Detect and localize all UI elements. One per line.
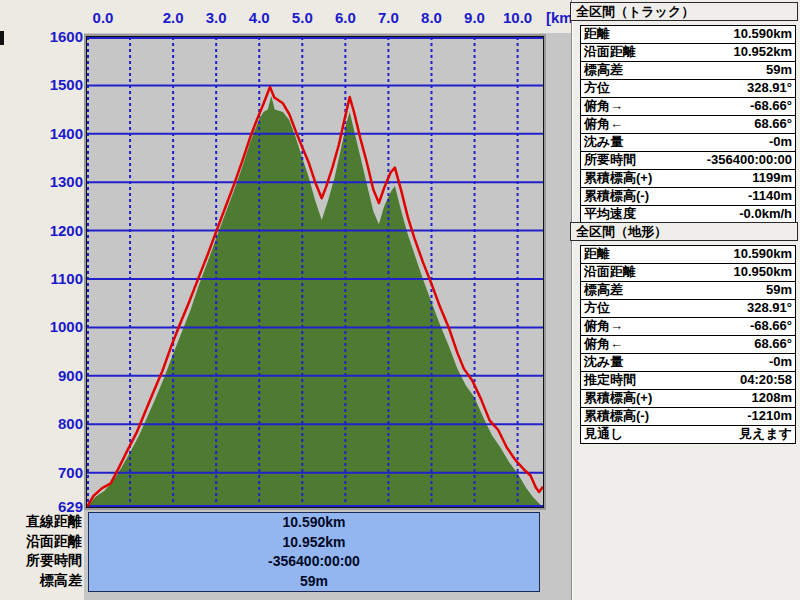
stat-row: 累積標高(-)-1210m	[581, 408, 795, 426]
stat-row: 標高差59m	[581, 62, 795, 80]
y-axis-tick-label: 1500	[3, 77, 83, 93]
stat-label: 標高差	[584, 282, 623, 299]
stat-row: 累積標高(+)1199m	[581, 170, 795, 188]
x-axis-tick-label: 8.0	[421, 9, 442, 27]
stat-row: 見通し見えます	[581, 426, 795, 443]
summary-label: 沿面距離	[0, 532, 84, 552]
stat-value: 10.952km	[733, 44, 792, 61]
stat-label: 累積標高(+)	[584, 170, 652, 187]
x-axis-tick-label: 2.0	[163, 9, 184, 27]
summary-value: 10.952km	[89, 533, 539, 553]
stat-row: 累積標高(+)1208m	[581, 390, 795, 408]
summary-labels: 直線距離沿面距離所要時間標高差	[0, 512, 84, 590]
y-axis-tick-label: 700	[3, 465, 83, 481]
stat-value: 68.66°	[754, 336, 792, 353]
track-section-table: 距離10.590km沿面距離10.952km標高差59m方位328.91°俯角→…	[580, 25, 796, 224]
plot-border	[86, 36, 544, 508]
stat-value: 1199m	[752, 170, 792, 187]
statistics-panel: 全区間（トラック） 距離10.590km沿面距離10.952km標高差59m方位…	[573, 0, 800, 600]
y-axis-tick-label: 1300	[3, 174, 83, 190]
stat-value: -1210m	[747, 408, 792, 425]
stat-label: 標高差	[584, 62, 623, 79]
stat-row: 沿面距離10.950km	[581, 264, 795, 282]
stat-value: 59m	[766, 282, 792, 299]
stat-value: -68.66°	[750, 318, 792, 335]
stat-value: 10.590km	[733, 26, 792, 43]
stat-row: 俯角←68.66°	[581, 336, 795, 354]
x-axis-tick-label: 3.0	[206, 9, 227, 27]
stat-label: 所要時間	[584, 152, 636, 169]
y-axis-tick-label: 1200	[3, 223, 83, 239]
stat-label: 沈み量	[584, 354, 623, 371]
stat-label: 累積標高(-)	[584, 188, 649, 205]
terrain-section-header: 全区間（地形）	[570, 222, 798, 241]
track-section-header: 全区間（トラック）	[570, 2, 798, 21]
stat-label: 距離	[584, 26, 610, 43]
summary-label: 直線距離	[0, 512, 84, 532]
y-axis-tick-label: 900	[3, 368, 83, 384]
stat-row: 距離10.590km	[581, 26, 795, 44]
stat-row: 推定時間04:20:58	[581, 372, 795, 390]
stat-row: 沈み量-0m	[581, 134, 795, 152]
stat-label: 方位	[584, 80, 610, 97]
stat-label: 見通し	[584, 426, 623, 443]
plot-canvas[interactable]	[87, 37, 543, 507]
x-axis-tick-label: 5.0	[292, 9, 313, 27]
stat-row: 沿面距離10.952km	[581, 44, 795, 62]
stat-label: 累積標高(+)	[584, 390, 652, 407]
stat-value: 328.91°	[747, 300, 792, 317]
y-axis-tick-label: 1100	[3, 271, 83, 287]
stat-label: 方位	[584, 300, 610, 317]
stat-label: 推定時間	[584, 372, 636, 389]
stat-row: 標高差59m	[581, 282, 795, 300]
stat-label: 俯角←	[584, 336, 623, 353]
stat-label: 沿面距離	[584, 264, 636, 281]
stat-label: 距離	[584, 246, 610, 263]
plot-frame	[84, 34, 546, 510]
summary-value-box: 10.590km10.952km-356400:00:0059m	[88, 512, 540, 592]
stat-value: -1140m	[748, 188, 792, 205]
x-axis-tick-label: 9.0	[464, 9, 485, 27]
stat-label: 俯角→	[584, 318, 623, 335]
stat-label: 俯角→	[584, 98, 623, 115]
x-axis-tick-label: 0.0	[93, 9, 114, 27]
terrain-section-table: 距離10.590km沿面距離10.950km標高差59m方位328.91°俯角→…	[580, 245, 796, 444]
stat-value: 68.66°	[754, 116, 792, 133]
stat-row: 所要時間-356400:00:00	[581, 152, 795, 170]
stat-value: 10.950km	[733, 264, 792, 281]
stat-label: 累積標高(-)	[584, 408, 649, 425]
x-axis-tick-label: 7.0	[378, 9, 399, 27]
stat-value: 59m	[766, 62, 792, 79]
stat-value: -68.66°	[750, 98, 792, 115]
stat-row: 俯角→-68.66°	[581, 318, 795, 336]
stat-row: 俯角→-68.66°	[581, 98, 795, 116]
stat-value: -0m	[769, 354, 792, 371]
stat-value: -356400:00:00	[707, 152, 792, 169]
y-axis-tick-label: 1600	[3, 29, 83, 45]
x-axis-tick-label: 6.0	[335, 9, 356, 27]
stat-value: 10.590km	[733, 246, 792, 263]
stat-value: 1208m	[752, 390, 792, 407]
stat-value: 328.91°	[747, 80, 792, 97]
stat-value: 04:20:58	[740, 372, 792, 389]
stat-row: 方位328.91°	[581, 300, 795, 318]
y-axis-tick-label: 1000	[3, 319, 83, 335]
summary-value: 10.590km	[89, 513, 539, 533]
summary-value: 59m	[89, 572, 539, 592]
summary-label: 標高差	[0, 571, 84, 591]
y-axis-tick-label: 800	[3, 416, 83, 432]
stat-value: -0m	[769, 134, 792, 151]
summary-label: 所要時間	[0, 551, 84, 571]
summary-value: -356400:00:00	[89, 552, 539, 572]
stat-row: 俯角←68.66°	[581, 116, 795, 134]
y-axis-tick-label: 1400	[3, 126, 83, 142]
stat-value: -0.0km/h	[739, 206, 792, 223]
stat-label: 沿面距離	[584, 44, 636, 61]
stat-row: 方位328.91°	[581, 80, 795, 98]
stat-row: 距離10.590km	[581, 246, 795, 264]
x-axis-tick-label: 4.0	[249, 9, 270, 27]
stat-label: 俯角←	[584, 116, 623, 133]
stat-row: 平均速度-0.0km/h	[581, 206, 795, 223]
stat-value: 見えます	[739, 426, 792, 443]
x-axis-tick-label: 10.0	[503, 9, 532, 27]
